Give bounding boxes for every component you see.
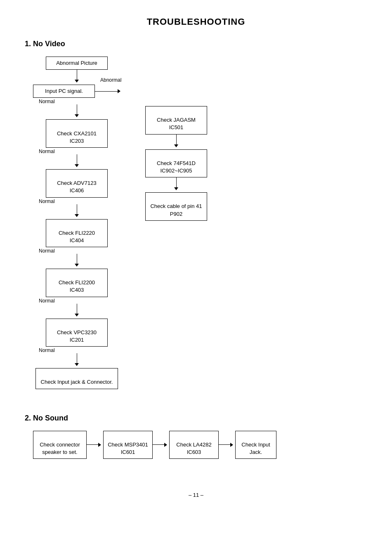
normal-label-1: Normal bbox=[39, 98, 55, 104]
normal-label-5: Normal bbox=[39, 297, 55, 304]
arrow-down-r1 bbox=[174, 135, 178, 149]
arrow-right-1 bbox=[87, 443, 103, 447]
box-check-jagasm: Check JAGASM IC501 bbox=[145, 106, 207, 135]
section2-heading: 2. No Sound bbox=[25, 414, 367, 423]
section2-diagram: Check connector speaker to set. Check MS… bbox=[25, 431, 367, 459]
normal-label-2: Normal bbox=[39, 148, 55, 154]
branch-line bbox=[95, 91, 118, 92]
normal-label-4: Normal bbox=[39, 247, 55, 254]
box-check-adv7123: Check ADV7123 IC406 bbox=[46, 169, 108, 198]
box-check-fli2220: Check FLI2220 IC404 bbox=[46, 219, 108, 248]
normal-label-3: Normal bbox=[39, 198, 55, 204]
section-no-video: 1. No Video Abnormal Picture Input PC si… bbox=[25, 40, 367, 389]
arrow-down-2 bbox=[75, 104, 79, 119]
arrow-down-1 bbox=[75, 70, 79, 85]
arrow-down-3 bbox=[75, 154, 79, 169]
arrow-down-r2 bbox=[174, 177, 178, 192]
box-check-74f541d: Check 74F541D IC902~IC905 bbox=[145, 149, 207, 178]
box-check-msp3401: Check MSP3401 IC601 bbox=[103, 431, 153, 459]
branch-arrowhead bbox=[118, 89, 120, 93]
arrow-down-5 bbox=[75, 254, 79, 269]
box-check-vpc3230: Check VPC3230 IC201 bbox=[46, 319, 108, 347]
box-abnormal-picture: Abnormal Picture bbox=[46, 57, 108, 70]
arrow-down-4 bbox=[75, 204, 79, 219]
input-pc-signal-row: Input PC signal. Abnormal bbox=[33, 85, 120, 98]
box-check-input-jack-sound: Check Input Jack. bbox=[235, 431, 276, 459]
box-check-la4282: Check LA4282 IC603 bbox=[169, 431, 219, 459]
abnormal-label: Abnormal bbox=[100, 77, 121, 83]
box-check-fli2200: Check FLI2200 IC403 bbox=[46, 269, 108, 297]
right-flowchart-col: Check JAGASM IC501 Check 74F541D IC902~I… bbox=[145, 106, 207, 221]
arrow-down-7 bbox=[75, 353, 79, 368]
box-check-input-jack-connector: Check Input jack & Connector. bbox=[35, 368, 118, 389]
box-check-cable-pin41: Check cable of pin 41 P902 bbox=[145, 192, 207, 221]
abnormal-branch bbox=[95, 89, 120, 93]
box-check-connector-speaker: Check connector speaker to set. bbox=[33, 431, 87, 459]
normal-label-6: Normal bbox=[39, 347, 55, 353]
section1-heading: 1. No Video bbox=[25, 40, 367, 48]
left-flowchart-col: Abnormal Picture Input PC signal. Abnorm… bbox=[33, 57, 120, 389]
page-number: – 11 – bbox=[25, 492, 367, 498]
page-title: TROUBLESHOOTING bbox=[25, 17, 367, 27]
box-input-pc-signal: Input PC signal. bbox=[33, 85, 95, 98]
box-check-cxa2101: Check CXA2101 IC203 bbox=[46, 119, 108, 148]
section-no-sound: 2. No Sound Check connector speaker to s… bbox=[25, 414, 367, 459]
arrow-right-2 bbox=[153, 443, 169, 447]
arrow-down-6 bbox=[75, 304, 79, 319]
section1-diagram: Abnormal Picture Input PC signal. Abnorm… bbox=[25, 57, 367, 389]
arrow-right-3 bbox=[219, 443, 235, 447]
